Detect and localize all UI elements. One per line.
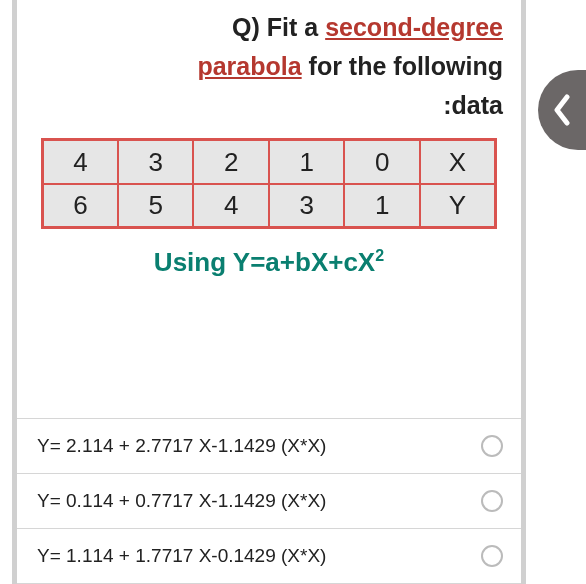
content-area: Q) Fit a second-degree parabola for the …	[17, 0, 521, 584]
cell: 5	[118, 184, 193, 228]
option-row[interactable]: Y= 1.114 + 1.7717 X-0.1429 (X*X)	[17, 528, 521, 584]
table-row: 4 3 2 1 0 X	[43, 140, 496, 184]
q-prefix: Q) Fit a	[232, 13, 325, 41]
option-label: Y= 2.114 + 2.7717 X-1.1429 (X*X)	[31, 435, 469, 457]
data-table-wrap: 4 3 2 1 0 X 6 5 4 3 1 Y	[41, 138, 497, 229]
cell: X	[420, 140, 496, 184]
option-label: Y= 0.114 + 0.7717 X-1.1429 (X*X)	[31, 490, 469, 512]
link-second-degree[interactable]: second-degree	[325, 13, 503, 41]
cell: 3	[269, 184, 344, 228]
data-table: 4 3 2 1 0 X 6 5 4 3 1 Y	[41, 138, 497, 229]
options-list: Y= 2.114 + 2.7717 X-1.1429 (X*X) Y= 0.11…	[17, 418, 521, 584]
option-row[interactable]: Y= 2.114 + 2.7717 X-1.1429 (X*X)	[17, 418, 521, 473]
q-suffix: :data	[443, 91, 503, 119]
cell: Y	[420, 184, 496, 228]
formula-prefix: Using Y=a+bX+cX	[154, 247, 375, 277]
right-border	[521, 0, 526, 584]
cell: 1	[344, 184, 419, 228]
option-label: Y= 1.114 + 1.7717 X-0.1429 (X*X)	[31, 545, 469, 567]
formula-text: Using Y=a+bX+cX2	[17, 247, 521, 278]
radio-icon[interactable]	[481, 490, 503, 512]
prev-nav-button[interactable]	[538, 70, 586, 150]
chevron-left-icon	[552, 94, 572, 126]
cell: 3	[118, 140, 193, 184]
radio-icon[interactable]	[481, 545, 503, 567]
cell: 6	[43, 184, 118, 228]
formula-power: 2	[375, 248, 384, 265]
option-row[interactable]: Y= 0.114 + 0.7717 X-1.1429 (X*X)	[17, 473, 521, 528]
table-row: 6 5 4 3 1 Y	[43, 184, 496, 228]
question-text: Q) Fit a second-degree parabola for the …	[17, 8, 521, 124]
cell: 4	[193, 184, 268, 228]
cell: 0	[344, 140, 419, 184]
q-mid: for the following	[302, 52, 503, 80]
radio-icon[interactable]	[481, 435, 503, 457]
link-parabola[interactable]: parabola	[197, 52, 301, 80]
cell: 2	[193, 140, 268, 184]
cell: 4	[43, 140, 118, 184]
cell: 1	[269, 140, 344, 184]
